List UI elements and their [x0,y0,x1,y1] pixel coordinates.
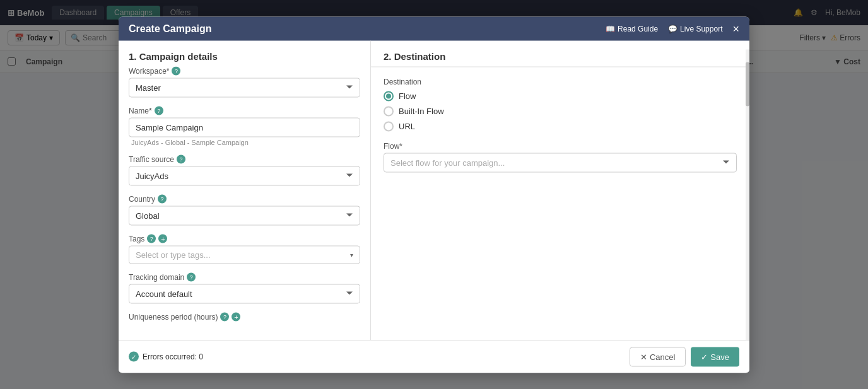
campaign-details-scroll[interactable]: Workspace* ? Master Name* ? [119,66,370,340]
workspace-select[interactable]: Master [129,78,360,97]
name-help-icon[interactable]: ? [155,106,163,115]
chat-icon: 💬 [668,24,677,33]
guide-label: Read Guide [618,24,658,33]
radio-url-label: URL [399,122,415,131]
errors-label: Errors occurred: 0 [143,352,203,361]
tracking-domain-group: Tracking domain ? Account default [129,272,360,303]
cancel-label: Cancel [650,352,675,361]
flow-label-text: Flow* [384,141,402,150]
support-label: Live Support [680,24,722,33]
workspace-select-wrapper: Master [129,78,360,97]
name-label: Name* ? [129,106,360,115]
modal-header-actions: 📖 Read Guide 💬 Live Support × [606,23,739,34]
tags-label: Tags ? + [129,234,360,243]
country-select-wrapper: Global [129,206,360,225]
tracking-domain-label: Tracking domain ? [129,272,360,281]
modal-footer: ✓ Errors occurred: 0 ✕ Cancel ✓ Save [119,340,749,373]
tracking-domain-select[interactable]: Account default [129,284,360,303]
footer-buttons: ✕ Cancel ✓ Save [630,347,739,366]
name-hint: JuicyAds - Global - Sample Campaign [129,138,360,146]
country-group: Country ? Global [129,194,360,225]
uniqueness-add-icon[interactable]: + [232,312,240,321]
radio-builtin-flow[interactable]: Built-In Flow [384,106,737,116]
create-campaign-modal: Create Campaign 📖 Read Guide 💬 Live Supp… [119,16,749,373]
tracking-domain-select-wrapper: Account default [129,284,360,303]
radio-builtin-circle [384,106,394,116]
country-help-icon[interactable]: ? [158,194,167,203]
flow-label: Flow* [384,141,737,150]
tags-label-text: Tags [129,234,144,243]
radio-url-circle [384,121,394,131]
destination-content: Destination Flow Built-In Flow URL [371,67,749,340]
workspace-label: Workspace* ? [129,66,360,75]
flow-group: Flow* Select flow for your campaign... [384,141,737,172]
tags-group: Tags ? + Select or type tags... ▾ [129,234,360,264]
workspace-help-icon[interactable]: ? [172,66,180,75]
section1-title: 1. Campaign details [119,40,370,66]
tracking-domain-help-icon[interactable]: ? [187,272,196,281]
flow-select-wrapper: Select flow for your campaign... [384,153,737,172]
name-label-text: Name* [129,106,152,115]
uniqueness-label: Uniqueness period (hours) ? + [129,312,360,321]
workspace-group: Workspace* ? Master [129,66,360,97]
traffic-source-label-text: Traffic source [129,154,174,163]
book-icon: 📖 [606,24,615,33]
destination-panel: 2. Destination Destination Flow Built-In… [371,40,749,340]
radio-builtin-label: Built-In Flow [399,107,444,116]
modal-header: Create Campaign 📖 Read Guide 💬 Live Supp… [119,16,749,40]
name-group: Name* ? JuicyAds - Global - Sample Campa… [129,106,360,146]
radio-flow-circle [384,91,394,101]
country-label: Country ? [129,194,360,203]
flow-select[interactable]: Select flow for your campaign... [384,153,737,172]
tags-input[interactable]: Select or type tags... ▾ [129,245,360,264]
uniqueness-group: Uniqueness period (hours) ? + [129,312,360,321]
campaign-details-panel: 1. Campaign details Workspace* ? Master [119,40,371,340]
uniqueness-label-text: Uniqueness period (hours) [129,312,218,321]
traffic-source-select[interactable]: JuicyAds [129,166,360,185]
traffic-source-group: Traffic source ? JuicyAds [129,154,360,185]
name-input[interactable] [129,117,360,137]
errors-check-icon: ✓ [129,352,139,362]
read-guide-button[interactable]: 📖 Read Guide [606,24,658,33]
workspace-label-text: Workspace* [129,66,169,75]
save-check-icon: ✓ [701,352,708,361]
tags-add-icon[interactable]: + [158,234,167,243]
tracking-domain-label-text: Tracking domain [129,272,184,281]
errors-badge: ✓ Errors occurred: 0 [129,352,203,362]
save-label: Save [710,352,729,361]
cancel-button[interactable]: ✕ Cancel [630,347,686,366]
tags-help-icon[interactable]: ? [147,234,156,243]
traffic-source-select-wrapper: JuicyAds [129,166,360,185]
radio-flow-label: Flow [399,91,416,101]
tags-placeholder: Select or type tags... [136,250,211,259]
radio-url[interactable]: URL [384,121,737,131]
modal-body: 1. Campaign details Workspace* ? Master [119,40,749,340]
destination-radio-group: Flow Built-In Flow URL [384,91,737,131]
cancel-x-icon: ✕ [640,352,647,361]
traffic-source-help-icon[interactable]: ? [177,154,185,163]
save-button[interactable]: ✓ Save [691,347,739,366]
country-select[interactable]: Global [129,206,360,225]
country-label-text: Country [129,194,155,203]
destination-label: Destination [384,77,737,86]
modal-title: Create Campaign [129,23,212,34]
modal-close-button[interactable]: × [732,23,739,34]
live-support-button[interactable]: 💬 Live Support [668,24,722,33]
section2-title: 2. Destination [371,40,749,67]
tags-chevron-icon: ▾ [350,251,353,258]
traffic-source-label: Traffic source ? [129,154,360,163]
radio-flow[interactable]: Flow [384,91,737,101]
uniqueness-help-icon[interactable]: ? [220,312,229,321]
